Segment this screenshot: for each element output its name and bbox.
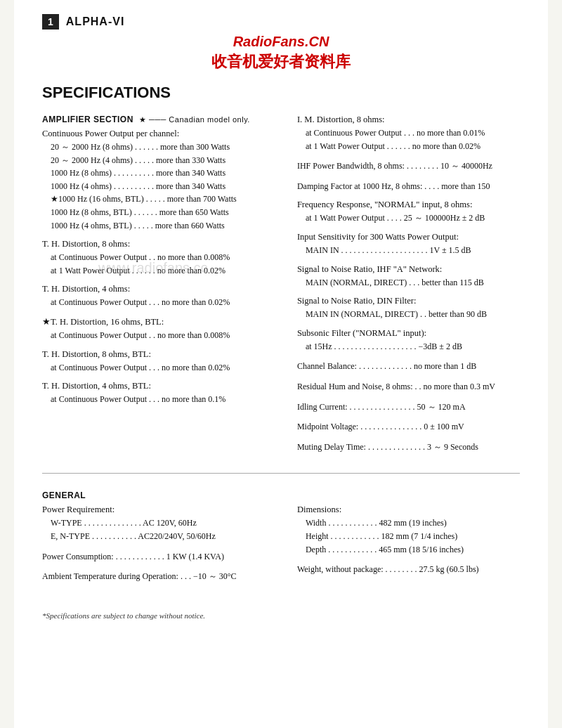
- site-subtitle: 收音机爱好者资料库: [42, 51, 520, 72]
- im-dist-line-2: at 1 Watt Power Output . . . . . . no mo…: [297, 140, 520, 153]
- power-line-1: 20 ～ 2000 Hz (8 ohms) . . . . . . more t…: [42, 141, 276, 154]
- section-divider: [42, 473, 520, 474]
- channel-balance-line: Channel Balance: . . . . . . . . . . . .…: [297, 360, 520, 373]
- general-two-col: Power Requirement: W-TYPE . . . . . . . …: [42, 505, 520, 590]
- header: 1 ALPHA-VI: [42, 14, 520, 30]
- freq-response-group: Frequency Response, "NORMAL" input, 8 oh…: [297, 200, 520, 225]
- dimensions-group: Dimensions: Width . . . . . . . . . . . …: [297, 505, 520, 556]
- input-sens-line-1: MAIN IN . . . . . . . . . . . . . . . . …: [297, 244, 520, 257]
- damping-group: Damping Factor at 1000 Hz, 8 ohms: . . .…: [297, 180, 520, 193]
- muting-delay-group: Muting Delay Time: . . . . . . . . . . .…: [297, 441, 520, 454]
- amplifier-section-heading: AMPLIFIER SECTION ★ ─── Canadian model o…: [42, 115, 276, 124]
- im-dist-line-1: at Continuous Power Output . . . no more…: [297, 126, 520, 140]
- th-dist-16-btl-title: ★T. H. Distortion, 16 ohms, BTL:: [42, 316, 276, 327]
- right-column: I. M. Distortion, 8 ohms: at Continuous …: [297, 115, 520, 460]
- power-line-7: 1000 Hz (4 ohms, BTL) . . . . . more tha…: [42, 219, 276, 233]
- im-dist-title: I. M. Distortion, 8 ohms:: [297, 115, 520, 125]
- power-consumption-group: Power Consumption: . . . . . . . . . . .…: [42, 550, 276, 564]
- snr-ihf-group: Signal to Noise Ratio, IHF "A" Network: …: [297, 264, 520, 290]
- snr-din-title: Signal to Noise Ratio, DIN Filter:: [297, 296, 520, 306]
- residual-hum-group: Residual Hum and Noise, 8 ohms: . . no m…: [297, 380, 520, 394]
- th-dist-8-line-2: at 1 Watt Power Output . . . . . . no mo…: [42, 264, 276, 278]
- th-dist-4-btl-line-1: at Continuous Power Output . . . no more…: [42, 393, 276, 406]
- power-line-3: 1000 Hz (8 ohms) . . . . . . . . . . mor…: [42, 167, 276, 180]
- ambient-temp-group: Ambient Temperature during Operation: . …: [42, 570, 276, 583]
- idling-current-line: Idling Current: . . . . . . . . . . . . …: [297, 401, 520, 414]
- dimensions-title: Dimensions:: [297, 505, 520, 515]
- th-dist-8-btl-line-1: at Continuous Power Output . . . no more…: [42, 361, 276, 375]
- subsonic-title: Subsonic Filter ("NORMAL" input):: [297, 328, 520, 339]
- freq-response-title: Frequency Response, "NORMAL" input, 8 oh…: [297, 200, 520, 210]
- site-title: RadioFans.CN: [42, 34, 520, 50]
- th-dist-8-group: T. H. Distortion, 8 ohms: at Continuous …: [42, 239, 276, 277]
- weight-group: Weight, without package: . . . . . . . .…: [297, 563, 520, 576]
- th-dist-4-title: T. H. Distortion, 4 ohms:: [42, 284, 276, 294]
- general-heading: GENERAL: [42, 490, 520, 500]
- input-sens-title: Input Sensitivity for 300 Watts Power Ou…: [297, 232, 520, 242]
- left-column: AMPLIFIER SECTION ★ ─── Canadian model o…: [42, 115, 276, 460]
- snr-din-group: Signal to Noise Ratio, DIN Filter: MAIN …: [297, 296, 520, 321]
- footer-note: *Specifications are subject to change wi…: [42, 611, 520, 620]
- dimensions-line-2: Height . . . . . . . . . . . . 182 mm (7…: [297, 530, 520, 543]
- continuous-power-group: Continuous Power Output per channel: 20 …: [42, 129, 276, 232]
- main-content: AMPLIFIER SECTION ★ ─── Canadian model o…: [42, 115, 520, 460]
- general-section: GENERAL Power Requirement: W-TYPE . . . …: [42, 490, 520, 590]
- th-dist-4-line-1: at Continuous Power Output . . . no more…: [42, 296, 276, 309]
- power-line-6: 1000 Hz (8 ohms, BTL) . . . . . . more t…: [42, 206, 276, 219]
- th-dist-8-btl-title: T. H. Distortion, 8 ohms, BTL:: [42, 349, 276, 360]
- th-dist-8-line-1: at Continuous Power Output . . no more t…: [42, 251, 276, 264]
- power-line-4: 1000 Hz (4 ohms) . . . . . . . . . . mor…: [42, 180, 276, 193]
- th-dist-16-btl-line-1: at Continuous Power Output . . no more t…: [42, 329, 276, 342]
- power-req-group: Power Requirement: W-TYPE . . . . . . . …: [42, 505, 276, 542]
- ihf-line: IHF Power Bandwidth, 8 ohms: . . . . . .…: [297, 160, 520, 173]
- ambient-temp-line: Ambient Temperature during Operation: . …: [42, 570, 276, 583]
- page: 1 ALPHA-VI RadioFans.CN 收音机爱好者资料库 SPECIF…: [14, 0, 548, 728]
- power-line-5: ★1000 Hz (16 ohms, BTL) . . . . . more t…: [42, 193, 276, 206]
- snr-ihf-line-1: MAIN (NORMAL, DIRECT) . . . better than …: [297, 276, 520, 290]
- idling-current-group: Idling Current: . . . . . . . . . . . . …: [297, 401, 520, 414]
- th-dist-8-btl-group: T. H. Distortion, 8 ohms, BTL: at Contin…: [42, 349, 276, 375]
- power-req-line-1: W-TYPE . . . . . . . . . . . . . . AC 12…: [42, 516, 276, 530]
- page-title: SPECIFICATIONS: [42, 84, 520, 102]
- continuous-power-title: Continuous Power Output per channel:: [42, 129, 276, 139]
- im-dist-group: I. M. Distortion, 8 ohms: at Continuous …: [297, 115, 520, 152]
- dimensions-line-1: Width . . . . . . . . . . . . 482 mm (19…: [297, 516, 520, 530]
- power-consumption-line: Power Consumption: . . . . . . . . . . .…: [42, 550, 276, 564]
- power-line-2: 20 ～ 2000 Hz (4 ohms) . . . . . more tha…: [42, 154, 276, 167]
- weight-line: Weight, without package: . . . . . . . .…: [297, 563, 520, 576]
- midpoint-voltage-group: Midpoint Voltage: . . . . . . . . . . . …: [297, 420, 520, 434]
- th-dist-4-group: T. H. Distortion, 4 ohms: at Continuous …: [42, 284, 276, 309]
- input-sens-group: Input Sensitivity for 300 Watts Power Ou…: [297, 232, 520, 257]
- subsonic-line-1: at 15Hz . . . . . . . . . . . . . . . . …: [297, 340, 520, 353]
- th-dist-4-btl-title: T. H. Distortion, 4 ohms, BTL:: [42, 381, 276, 391]
- th-dist-8-title: T. H. Distortion, 8 ohms:: [42, 239, 276, 249]
- snr-ihf-title: Signal to Noise Ratio, IHF "A" Network:: [297, 264, 520, 275]
- general-right: Dimensions: Width . . . . . . . . . . . …: [297, 505, 520, 590]
- damping-line: Damping Factor at 1000 Hz, 8 ohms: . . .…: [297, 180, 520, 193]
- power-req-line-2: E, N-TYPE . . . . . . . . . . . AC220/24…: [42, 530, 276, 543]
- page-number: 1: [42, 14, 59, 30]
- midpoint-voltage-line: Midpoint Voltage: . . . . . . . . . . . …: [297, 420, 520, 434]
- power-req-title: Power Requirement:: [42, 505, 276, 515]
- snr-din-line-1: MAIN IN (NORMAL, DIRECT) . . better than…: [297, 308, 520, 321]
- freq-response-line-1: at 1 Watt Power Output . . . . 25 ～ 1000…: [297, 212, 520, 225]
- residual-hum-line: Residual Hum and Noise, 8 ohms: . . no m…: [297, 380, 520, 394]
- ihf-group: IHF Power Bandwidth, 8 ohms: . . . . . .…: [297, 160, 520, 173]
- dimensions-line-3: Depth . . . . . . . . . . . . 465 mm (18…: [297, 543, 520, 557]
- muting-delay-line: Muting Delay Time: . . . . . . . . . . .…: [297, 441, 520, 454]
- model-name: ALPHA-VI: [66, 15, 125, 28]
- general-left: Power Requirement: W-TYPE . . . . . . . …: [42, 505, 276, 590]
- subsonic-group: Subsonic Filter ("NORMAL" input): at 15H…: [297, 328, 520, 353]
- channel-balance-group: Channel Balance: . . . . . . . . . . . .…: [297, 360, 520, 373]
- th-dist-4-btl-group: T. H. Distortion, 4 ohms, BTL: at Contin…: [42, 381, 276, 406]
- th-dist-16-btl-group: ★T. H. Distortion, 16 ohms, BTL: at Cont…: [42, 316, 276, 342]
